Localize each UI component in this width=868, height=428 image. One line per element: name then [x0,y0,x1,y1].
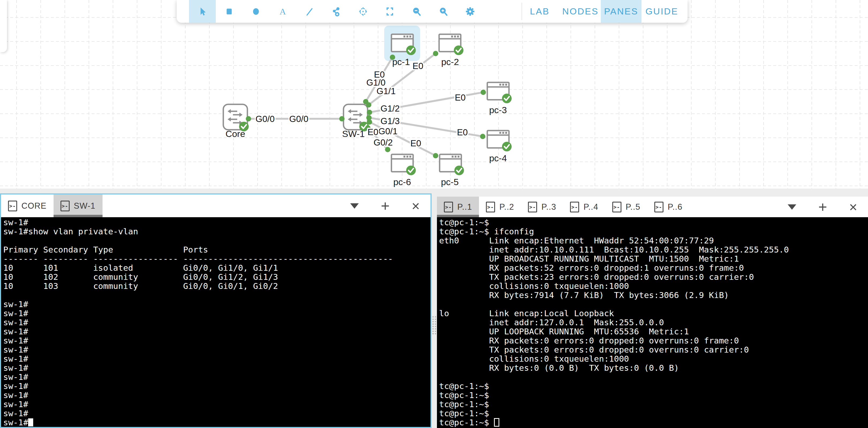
terminal-tab-pc3[interactable]: >- P..3 [521,197,563,217]
node-sw-1[interactable]: SW-1 [342,104,369,139]
terminal-icon: >- [444,202,453,212]
line-tool-button[interactable] [296,0,323,23]
close-pane-button[interactable]: × [412,199,420,213]
settings-tool-button[interactable] [457,0,484,23]
ellipse-tool-button[interactable] [243,0,269,23]
crosshair-icon [359,6,368,17]
interface-label: G0/0 [255,114,275,124]
node-pc-6[interactable]: pc-6 [392,154,416,187]
rectangle-icon [225,6,234,17]
tab-guide[interactable]: GUIDE [642,0,682,23]
terminal-tab-core[interactable]: >- CORE [1,195,54,217]
chevron-down-icon [350,203,359,209]
fit-screen-tool-button[interactable] [376,0,403,23]
status-check-icon [406,166,416,175]
text-tool-button[interactable]: A [269,0,296,23]
interface-label: G1/2 [380,103,400,113]
terminal-tab-label: CORE [22,201,46,211]
link-endpoint-dot [390,55,395,60]
terminal-tab-pc5[interactable]: >- P..5 [606,197,647,217]
interface-label: G1/3 [380,116,400,126]
rectangle-tool-button[interactable] [216,0,243,23]
toolbar: A [177,0,687,23]
add-tab-button[interactable]: + [381,198,390,213]
interface-label: E0 [368,127,378,137]
interface-label: E0 [457,127,468,137]
interface-label: G0/1 [378,126,398,136]
terminal-tab-sw1[interactable]: >- SW-1 [54,195,102,217]
node-label: Core [225,129,245,139]
terminal-tab-pc1[interactable]: >- P..1 [437,197,479,217]
node-pc-1[interactable]: pc-1 [392,34,416,67]
node-pc-3[interactable]: pc-3 [487,83,512,115]
link-endpoint-dot [480,90,486,95]
left-pane-tabbar: >- CORE >- SW-1 + × [1,195,431,217]
cursor-icon [198,6,207,17]
tab-lab[interactable]: LAB [519,0,560,23]
terminal-output-sw1[interactable]: sw-1# sw-1#show vlan private-vlan Primar… [1,217,431,427]
interface-label: E0 [412,61,423,71]
terminal-cursor [28,418,33,426]
close-pane-button[interactable]: × [849,200,857,214]
add-node-tool-button[interactable] [323,0,350,23]
link-endpoint-dot [385,147,390,152]
fit-screen-icon [385,6,394,17]
terminal-icon: >- [486,202,495,212]
terminal-pane-left: >- CORE >- SW-1 + × sw-1# sw-1#show vlan… [0,193,432,428]
terminal-pane-right: >- P..1 >- P..2 >- P..3 >- P..4 >- P.. [437,197,868,428]
toolbar-tabs: LAB NODES PANES GUIDE [519,0,682,23]
terminal-icon: >- [528,202,537,212]
terminal-tab-pc2[interactable]: >- P..2 [479,197,521,217]
tab-panes[interactable]: PANES [601,0,642,23]
node-label: pc-2 [441,57,459,67]
node-label: pc-6 [393,177,411,187]
link-endpoint-dot [367,119,372,125]
terminal-tab-label: SW-1 [74,201,96,211]
link-endpoint-dot [480,134,486,139]
gear-icon [466,6,475,17]
terminal-tab-pc4[interactable]: >- P..4 [563,197,605,217]
node-pc-2[interactable]: pc-2 [439,34,463,67]
terminal-output-pc1[interactable]: tc@pc-1:~$ tc@pc-1:~$ ifconfig eth0 Link… [437,217,868,428]
terminal-tab-label: P..3 [541,202,556,212]
terminal-icon: >- [61,201,70,211]
terminal-tab-label: P..2 [499,202,514,212]
svg-text:A: A [280,6,286,16]
node-pc-4[interactable]: pc-4 [487,131,512,163]
link-endpoint-dot [433,51,438,56]
node-core[interactable]: Core [223,104,249,139]
zoom-in-icon [439,6,448,17]
collapse-pane-button[interactable] [350,203,359,209]
node-label: SW-1 [342,129,365,139]
link-endpoint-dot [367,110,372,115]
interface-label: G0/2 [373,137,393,147]
interface-label: E0 [455,93,466,102]
left-pane-controls: + × [350,195,420,217]
collapsed-sidebar-edge[interactable] [0,0,7,52]
terminal-icon: >- [654,202,663,212]
select-tool-button[interactable] [189,0,216,23]
terminal-icon: >- [570,202,579,212]
collapse-pane-button[interactable] [788,204,796,210]
link-endpoint-dot [366,102,371,107]
node-label: pc-4 [489,153,507,163]
terminal-tab-label: P..5 [626,202,641,212]
add-tab-button[interactable]: + [818,200,827,215]
zoom-out-tool-button[interactable] [403,0,430,23]
terminal-icon: >- [8,201,17,211]
terminal-area: >- CORE >- SW-1 + × sw-1# sw-1#show vlan… [0,189,868,428]
zoom-in-tool-button[interactable] [430,0,457,23]
topology-diagram[interactable]: CoreSW-1pc-1pc-2pc-3pc-4pc-5pc-6G0/0G0/0… [0,0,868,189]
vertical-splitter-grip[interactable] [432,316,436,335]
terminal-tab-pc6[interactable]: >- P..6 [647,197,689,217]
crosshair-tool-button[interactable] [350,0,376,23]
ellipse-icon [251,6,260,17]
status-check-icon [502,94,512,103]
node-pc-5[interactable]: pc-5 [440,154,464,187]
interface-label: G0/0 [289,114,308,124]
interface-label: G1/1 [376,86,396,96]
tab-nodes[interactable]: NODES [560,0,601,23]
topology-canvas[interactable]: CoreSW-1pc-1pc-2pc-3pc-4pc-5pc-6G0/0G0/0… [0,0,868,189]
app-window: CoreSW-1pc-1pc-2pc-3pc-4pc-5pc-6G0/0G0/0… [0,0,868,428]
status-check-icon [454,45,463,55]
